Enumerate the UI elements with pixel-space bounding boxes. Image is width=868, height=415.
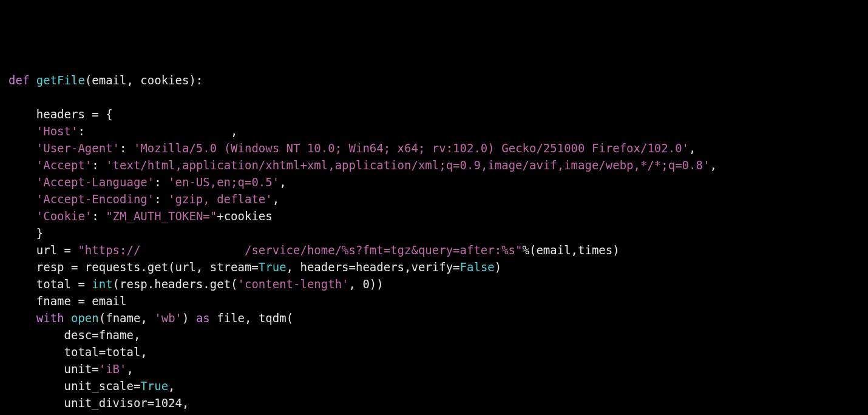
code-line: 'Accept': 'text/html,application/xhtml+x… [8, 158, 717, 172]
code-line: def getFile(email, cookies): [8, 73, 203, 87]
code-line: 'User-Agent': 'Mozilla/5.0 (Windows NT 1… [8, 141, 696, 155]
code-line: 'Accept-Language': 'en-US,en;q=0.5', [8, 175, 287, 189]
code-line: unit_scale=True, [8, 379, 175, 393]
code-line: fname = email [8, 294, 126, 308]
code-line: 'Accept-Encoding': 'gzip, deflate', [8, 192, 279, 206]
code-line: } [8, 226, 43, 240]
code-block: def getFile(email, cookies): headers = {… [8, 72, 860, 415]
code-line: 'Host': , [8, 124, 238, 138]
code-line: unit='iB', [8, 362, 134, 376]
code-line: headers = { [8, 107, 113, 121]
code-line: resp = requests.get(url, stream=True, he… [8, 260, 501, 274]
code-line: url = "https:// /service/home/%s?fmt=tgz… [8, 243, 620, 257]
code-line: desc=fname, [8, 328, 140, 342]
code-line: with open(fname, 'wb') as file, tqdm( [8, 311, 293, 325]
code-line: unit_divisor=1024, [8, 396, 189, 410]
code-line: total = int(resp.headers.get('content-le… [8, 277, 384, 291]
code-line: 'Cookie': "ZM_AUTH_TOKEN="+cookies [8, 209, 273, 223]
code-line: total=total, [8, 345, 147, 359]
